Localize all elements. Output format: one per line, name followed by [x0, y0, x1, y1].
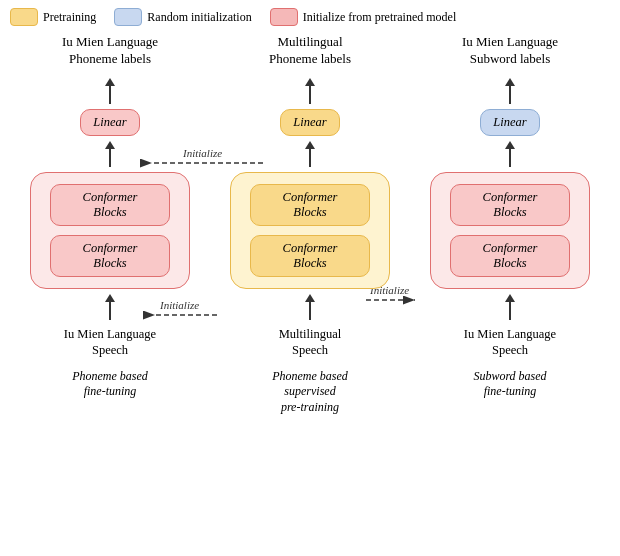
conformer-left-2: Conformer Blocks	[50, 235, 170, 277]
column-right: Iu Mien Language Subword labels Linear C…	[418, 34, 603, 400]
legend-pretraining: Pretraining	[10, 8, 96, 26]
arrow-to-outer-middle	[305, 141, 315, 167]
arrow-from-speech-right	[505, 294, 515, 320]
arrowline-outer-middle	[309, 149, 311, 167]
arrowline-speech-right	[509, 302, 511, 320]
speech-label-left: Iu Mien Language Speech	[64, 326, 156, 359]
arrowhead-outer-left	[105, 141, 115, 149]
legend-label-random: Random initialization	[147, 10, 251, 25]
outer-box-left: Conformer Blocks Conformer Blocks	[30, 172, 190, 289]
arrowhead-linear-middle	[305, 78, 315, 86]
legend-label-pretraining: Pretraining	[43, 10, 96, 25]
col-title-middle: Multilingual Phoneme labels	[269, 34, 351, 70]
legend-random: Random initialization	[114, 8, 251, 26]
speech-label-right: Iu Mien Language Speech	[464, 326, 556, 359]
arrowhead-linear-left	[105, 78, 115, 86]
conformer-right-1: Conformer Blocks	[450, 184, 570, 226]
arrowline-speech-middle	[309, 302, 311, 320]
legend-pretrained: Initialize from pretrained model	[270, 8, 457, 26]
conformer-left-1: Conformer Blocks	[50, 184, 170, 226]
conformer-right-2: Conformer Blocks	[450, 235, 570, 277]
conformer-middle-1: Conformer Blocks	[250, 184, 370, 226]
column-left: Iu Mien Language Phoneme labels Linear C…	[18, 34, 203, 400]
col-title-left: Iu Mien Language Phoneme labels	[62, 34, 158, 70]
footer-left: Phoneme based fine-tuning	[72, 369, 148, 400]
arrowline-linear-middle	[309, 86, 311, 104]
outer-box-middle: Conformer Blocks Conformer Blocks	[230, 172, 390, 289]
arrowline-linear-left	[109, 86, 111, 104]
arrowhead-linear-right	[505, 78, 515, 86]
arrow-to-linear-left	[105, 78, 115, 104]
legend-box-random	[114, 8, 142, 26]
linear-left: Linear	[80, 109, 139, 136]
arrowline-outer-right	[509, 149, 511, 167]
arrow-to-outer-left	[105, 141, 115, 167]
legend-label-pretrained: Initialize from pretrained model	[303, 10, 457, 25]
arrowhead-speech-left	[105, 294, 115, 302]
arrow-from-speech-left	[105, 294, 115, 320]
arrow-to-outer-right	[505, 141, 515, 167]
arrowhead-outer-right	[505, 141, 515, 149]
footer-middle: Phoneme based supervised pre-training	[272, 369, 348, 416]
main-content: Iu Mien Language Phoneme labels Linear C…	[0, 34, 620, 415]
speech-label-middle: Multilingual Speech	[279, 326, 342, 359]
legend-box-pretraining	[10, 8, 38, 26]
linear-right: Linear	[480, 109, 539, 136]
arrow-to-linear-right	[505, 78, 515, 104]
arrowhead-speech-middle	[305, 294, 315, 302]
arrow-to-linear-middle	[305, 78, 315, 104]
arrowline-speech-left	[109, 302, 111, 320]
col-title-right: Iu Mien Language Subword labels	[462, 34, 558, 70]
arrowline-outer-left	[109, 149, 111, 167]
legend-box-pretrained	[270, 8, 298, 26]
linear-middle: Linear	[280, 109, 339, 136]
arrowhead-outer-middle	[305, 141, 315, 149]
footer-right: Subword based fine-tuning	[473, 369, 546, 400]
arrow-from-speech-middle	[305, 294, 315, 320]
legend: Pretraining Random initialization Initia…	[0, 0, 620, 34]
outer-box-right: Conformer Blocks Conformer Blocks	[430, 172, 590, 289]
arrowhead-speech-right	[505, 294, 515, 302]
arrowline-linear-right	[509, 86, 511, 104]
conformer-middle-2: Conformer Blocks	[250, 235, 370, 277]
column-middle: Multilingual Phoneme labels Linear Confo…	[218, 34, 403, 415]
